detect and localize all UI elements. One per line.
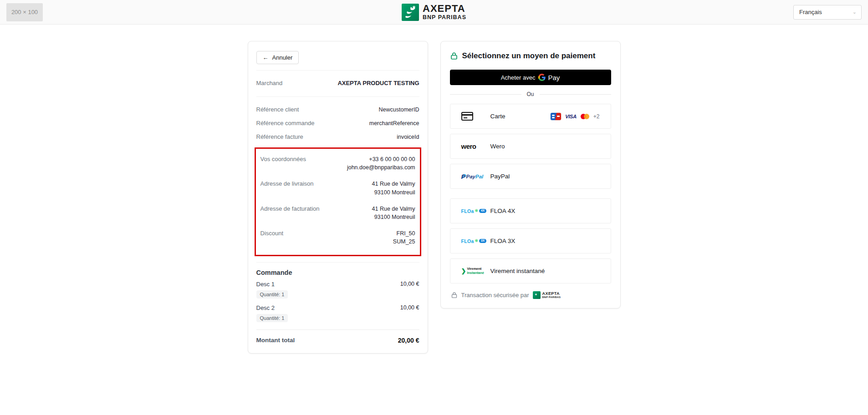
payment-title: Sélectionnez un moyen de paiement — [462, 51, 596, 61]
payment-method-floa-3x[interactable]: FLOa ❃ 3X FLOA 3X — [450, 228, 611, 253]
discount-label: Discount — [260, 229, 284, 237]
method-label: Virement instantané — [490, 268, 545, 274]
reference-commande-value: merchantReference — [369, 119, 419, 127]
main-content: ← Annuler Marchand AXEPTA PRODUCT TESTIN… — [0, 25, 868, 354]
item-price: 10,00 € — [400, 304, 419, 311]
google-g-icon — [538, 74, 546, 81]
order-item: Desc 1 10,00 € Quantité: 1 — [256, 281, 419, 299]
green-arrow-icon: ❯ — [461, 268, 466, 274]
shipping-address-row: Adresse de livraison 41 Rue de Valmy 931… — [260, 176, 415, 201]
divider — [256, 70, 419, 71]
arrow-left-icon: ← — [263, 54, 269, 61]
lock-icon — [451, 292, 458, 299]
payment-method-wero[interactable]: wero Wero — [450, 134, 611, 159]
method-label: PayPal — [490, 173, 510, 180]
bnp-paribas-birds-icon — [402, 4, 419, 21]
floa-logo-icon: FLOa ❃ 3X — [461, 238, 487, 244]
axepta-logo: AXEPTA BNP PARIBAS — [402, 4, 466, 21]
method-label: Carte — [490, 113, 505, 120]
billing-address-label: Adresse de facturation — [260, 205, 320, 212]
top-header: 200 × 100 AXEPTA BNP PARIBAS Français ⌄ — [0, 0, 868, 25]
contact-value: +33 6 00 00 00 00 john.doe@bnpparibas.co… — [347, 155, 415, 172]
google-pay-button[interactable]: Acheter avec Pay — [450, 70, 611, 85]
merchant-label: Marchand — [256, 79, 283, 86]
cancel-button-label: Annuler — [272, 54, 293, 61]
discount-value: FRI_50 SUM_25 — [393, 229, 415, 246]
language-selected-value: Français — [799, 9, 822, 15]
method-label: FLOA 3X — [490, 238, 516, 244]
reference-commande-label: Référence commande — [256, 119, 315, 127]
payment-method-carte[interactable]: Carte VISA +2 — [450, 104, 611, 129]
brand-subtitle: BNP PARIBAS — [423, 15, 466, 20]
payment-method-floa-4x[interactable]: FLOa ❃ 4X FLOA 4X — [450, 198, 611, 223]
credit-card-icon — [461, 112, 473, 121]
discount-row: Discount FRI_50 SUM_25 — [260, 226, 415, 250]
highlighted-details-box: Vos coordonnées +33 6 00 00 00 00 john.d… — [255, 147, 421, 256]
language-select[interactable]: Français ⌄ — [793, 5, 862, 20]
billing-address-value: 41 Rue de Valmy 93100 Montreuil — [372, 205, 415, 221]
contact-row: Vos coordonnées +33 6 00 00 00 00 john.d… — [260, 152, 415, 176]
reference-row: Référence commande merchantReference — [256, 116, 419, 130]
billing-address-row: Adresse de facturation 41 Rue de Valmy 9… — [260, 201, 415, 226]
reference-facture-label: Référence facture — [256, 133, 303, 140]
chevron-down-icon: ⌄ — [853, 9, 857, 15]
payment-method-paypal[interactable]: P P PayPal PayPal — [450, 164, 611, 189]
cartes-bancaires-icon — [551, 113, 561, 120]
axepta-mini-logo: AXEPTA BNP PARIBAS — [533, 291, 561, 299]
item-name: Desc 2 — [256, 304, 275, 311]
method-label: Wero — [490, 143, 505, 150]
gpay-prefix: Acheter avec — [501, 74, 536, 81]
more-cards-count: +2 — [593, 113, 600, 120]
reference-facture-value: invoiceId — [397, 133, 419, 141]
divider — [256, 96, 419, 97]
floa-leaf-icon: ❃ — [475, 209, 479, 213]
bnp-paribas-mini-icon — [533, 291, 541, 299]
payment-method-virement-instantane[interactable]: ❯ Virement Instantané Virement instantan… — [450, 258, 611, 283]
secure-transaction-footer: Transaction sécurisée par AXEPTA BNP PAR… — [450, 291, 611, 299]
method-label: FLOA 4X — [490, 208, 516, 214]
order-summary-card: ← Annuler Marchand AXEPTA PRODUCT TESTIN… — [248, 41, 428, 354]
paypal-wordmark-icon: PayPal — [466, 174, 484, 179]
visa-icon: VISA — [565, 114, 576, 119]
quantity-badge: Quantité: 1 — [256, 314, 288, 322]
brand-title: AXEPTA — [423, 4, 466, 14]
quantity-badge: Quantité: 1 — [256, 290, 288, 299]
order-items-heading: Commande — [256, 269, 419, 276]
total-label: Montant total — [256, 337, 295, 344]
total-row: Montant total 20,00 € — [256, 329, 419, 344]
reference-row: Référence client NewcustomerID — [256, 103, 419, 116]
mastercard-icon — [581, 114, 589, 119]
gpay-suffix: Pay — [548, 74, 560, 81]
payment-methods-card: Sélectionnez un moyen de paiement Achete… — [440, 41, 621, 309]
reference-client-label: Référence client — [256, 106, 299, 113]
order-item: Desc 2 10,00 € Quantité: 1 — [256, 304, 419, 322]
paypal-monogram-icon: P P — [461, 173, 466, 180]
divider — [256, 262, 419, 263]
total-value: 20,00 € — [398, 337, 419, 344]
item-price: 10,00 € — [400, 281, 419, 288]
item-name: Desc 1 — [256, 281, 275, 288]
placeholder-image: 200 × 100 — [6, 3, 43, 21]
floa-leaf-icon: ❃ — [475, 239, 479, 243]
merchant-row: Marchand AXEPTA PRODUCT TESTING — [256, 76, 419, 91]
virement-instantane-logo-icon: ❯ Virement Instantané — [461, 267, 484, 275]
cancel-button[interactable]: ← Annuler — [256, 51, 299, 64]
payment-title-row: Sélectionnez un moyen de paiement — [450, 51, 611, 61]
wero-logo-icon: wero — [461, 142, 476, 150]
or-divider: Ou — [450, 91, 611, 97]
shipping-address-value: 41 Rue de Valmy 93100 Montreuil — [372, 180, 415, 196]
lock-icon — [450, 52, 458, 60]
floa-logo-icon: FLOa ❃ 4X — [461, 208, 487, 214]
shipping-address-label: Adresse de livraison — [260, 180, 314, 187]
merchant-value: AXEPTA PRODUCT TESTING — [337, 79, 419, 88]
reference-client-value: NewcustomerID — [379, 106, 419, 114]
reference-row: Référence facture invoiceId — [256, 130, 419, 144]
secure-transaction-text: Transaction sécurisée par — [461, 292, 529, 299]
contact-label: Vos coordonnées — [260, 155, 306, 162]
